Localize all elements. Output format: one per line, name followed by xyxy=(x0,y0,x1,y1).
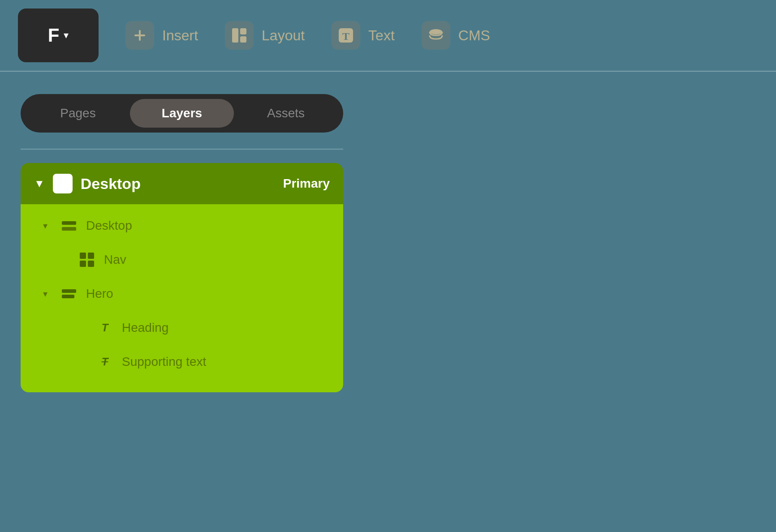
tab-assets[interactable]: Assets xyxy=(234,99,338,128)
svg-rect-3 xyxy=(240,28,246,34)
text-label: Text xyxy=(368,27,395,44)
chevron-down-icon: ▾ xyxy=(64,30,69,41)
layout-toolbar-item[interactable]: Layout xyxy=(225,21,305,50)
layer-supporting-label: Supporting text xyxy=(122,355,206,369)
hstack-icon xyxy=(60,285,78,303)
cms-icon xyxy=(422,21,450,50)
layout-label: Layout xyxy=(262,27,305,44)
layout-icon xyxy=(225,21,254,50)
svg-rect-1 xyxy=(134,34,145,36)
layer-desktop-child[interactable]: ▾ Desktop xyxy=(21,209,343,243)
tab-layers[interactable]: Layers xyxy=(130,99,234,128)
layer-desktop-label: Desktop xyxy=(86,219,132,233)
page-icon xyxy=(53,174,73,193)
stack-icon xyxy=(60,217,78,235)
tab-divider xyxy=(21,149,343,150)
svg-point-7 xyxy=(430,29,442,34)
logo-button[interactable]: F ▾ xyxy=(18,9,99,62)
layer-hero-label: Hero xyxy=(86,287,113,301)
layer-nav-label: Nav xyxy=(104,253,126,267)
svg-rect-2 xyxy=(232,28,238,43)
svg-text:T: T xyxy=(342,30,349,42)
cms-label: CMS xyxy=(458,27,490,44)
layer-hero[interactable]: ▾ Hero xyxy=(21,277,343,311)
tab-bar: Pages Layers Assets xyxy=(21,94,343,133)
layer-nav[interactable]: ▾ Nav xyxy=(21,243,343,277)
desktop-root-row[interactable]: ▼ Desktop Primary xyxy=(21,163,343,204)
grid-icon xyxy=(78,251,96,269)
toolbar: F ▾ Insert Layout T Text xyxy=(0,0,776,72)
cms-toolbar-item[interactable]: CMS xyxy=(422,21,490,50)
plus-icon xyxy=(125,21,154,50)
insert-toolbar-item[interactable]: Insert xyxy=(125,21,198,50)
main-content: Pages Layers Assets ▼ Desktop Primary ▾ xyxy=(0,72,776,415)
text-t-icon: T xyxy=(96,319,114,337)
text-icon: T xyxy=(332,21,360,50)
left-panel: Pages Layers Assets ▼ Desktop Primary ▾ xyxy=(21,94,361,392)
chevron-desktop-icon: ▾ xyxy=(43,220,56,231)
layer-supporting-text[interactable]: ▾ T Supporting text xyxy=(21,345,343,379)
layer-heading[interactable]: ▾ T Heading xyxy=(21,311,343,345)
insert-label: Insert xyxy=(162,27,198,44)
chevron-hero-icon: ▾ xyxy=(43,288,56,299)
layers-tree: ▼ Desktop Primary ▾ Desktop xyxy=(21,163,343,392)
tree-children: ▾ Desktop ▾ xyxy=(21,204,343,392)
logo-icon: F xyxy=(48,25,60,46)
svg-rect-4 xyxy=(240,36,246,43)
desktop-badge: Primary xyxy=(283,176,330,191)
desktop-root-label: Desktop xyxy=(81,175,275,193)
text-toolbar-item[interactable]: T Text xyxy=(332,21,395,50)
layer-heading-label: Heading xyxy=(122,321,168,335)
tab-pages[interactable]: Pages xyxy=(26,99,130,128)
text-t-icon-2: T xyxy=(96,353,114,371)
collapse-arrow-icon: ▼ xyxy=(34,177,45,190)
